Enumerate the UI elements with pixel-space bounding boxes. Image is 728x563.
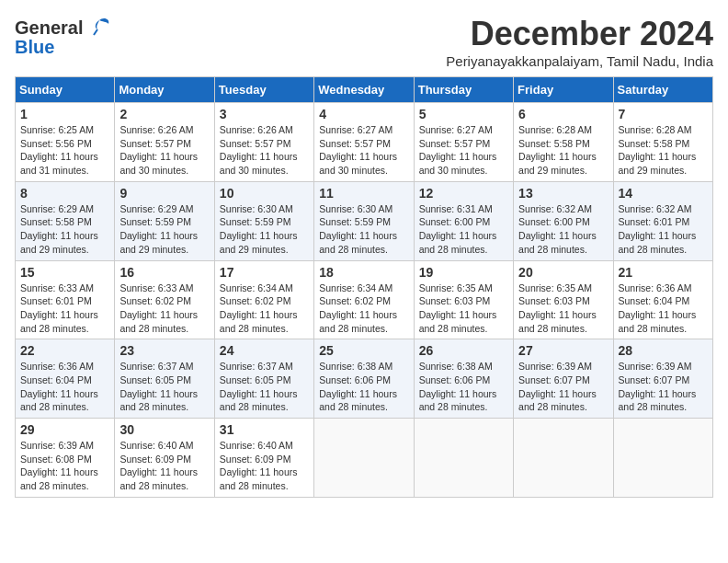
calendar-cell: 29Sunrise: 6:39 AM Sunset: 6:08 PM Dayli… (16, 419, 115, 498)
day-number: 1 (20, 107, 109, 121)
day-info: Sunrise: 6:31 AM Sunset: 6:00 PM Dayligh… (419, 202, 508, 257)
day-number: 30 (119, 422, 209, 437)
calendar-cell: 17Sunrise: 6:34 AM Sunset: 6:02 PM Dayli… (214, 260, 313, 339)
day-number: 13 (518, 186, 608, 201)
day-number: 10 (220, 186, 309, 201)
month-title: December 2024 (446, 15, 713, 53)
calendar-cell: 18Sunrise: 6:34 AM Sunset: 6:02 PM Dayli… (314, 260, 414, 339)
day-info: Sunrise: 6:36 AM Sunset: 6:04 PM Dayligh… (619, 282, 708, 336)
day-number: 11 (319, 186, 408, 201)
calendar-header-row: SundayMondayTuesdayWednesdayThursdayFrid… (16, 77, 713, 103)
day-info: Sunrise: 6:33 AM Sunset: 6:02 PM Dayligh… (119, 282, 209, 336)
calendar-cell: 21Sunrise: 6:36 AM Sunset: 6:04 PM Dayli… (613, 260, 712, 339)
calendar-cell: 4Sunrise: 6:27 AM Sunset: 5:57 PM Daylig… (314, 103, 414, 182)
calendar-cell: 26Sunrise: 6:38 AM Sunset: 6:06 PM Dayli… (414, 339, 513, 419)
day-info: Sunrise: 6:32 AM Sunset: 6:00 PM Dayligh… (518, 202, 608, 257)
page-header: General Blue December 2024 Periyanayakka… (15, 15, 713, 69)
day-info: Sunrise: 6:26 AM Sunset: 5:57 PM Dayligh… (220, 123, 309, 178)
day-number: 17 (220, 265, 309, 280)
calendar-cell: 25Sunrise: 6:38 AM Sunset: 6:06 PM Dayli… (314, 339, 414, 419)
day-number: 16 (119, 265, 209, 280)
day-header-sunday: Sunday (16, 77, 115, 103)
calendar-cell: 16Sunrise: 6:33 AM Sunset: 6:02 PM Dayli… (115, 260, 214, 339)
day-number: 2 (119, 107, 209, 121)
day-info: Sunrise: 6:32 AM Sunset: 6:01 PM Dayligh… (619, 202, 708, 257)
calendar-week-row: 29Sunrise: 6:39 AM Sunset: 6:08 PM Dayli… (16, 419, 713, 498)
calendar-cell: 9Sunrise: 6:29 AM Sunset: 5:59 PM Daylig… (115, 181, 214, 260)
day-info: Sunrise: 6:34 AM Sunset: 6:02 PM Dayligh… (319, 282, 408, 336)
day-number: 6 (518, 107, 608, 121)
calendar-cell: 20Sunrise: 6:35 AM Sunset: 6:03 PM Dayli… (514, 260, 613, 339)
day-number: 9 (119, 186, 209, 201)
day-info: Sunrise: 6:30 AM Sunset: 5:59 PM Dayligh… (319, 202, 408, 257)
day-number: 3 (220, 107, 309, 121)
calendar-week-row: 8Sunrise: 6:29 AM Sunset: 5:58 PM Daylig… (16, 181, 713, 260)
day-info: Sunrise: 6:39 AM Sunset: 6:08 PM Dayligh… (20, 439, 109, 493)
day-header-monday: Monday (115, 77, 214, 103)
day-number: 19 (419, 265, 508, 280)
calendar-cell: 19Sunrise: 6:35 AM Sunset: 6:03 PM Dayli… (414, 260, 513, 339)
logo-bird-icon (86, 15, 112, 40)
calendar-cell: 2Sunrise: 6:26 AM Sunset: 5:57 PM Daylig… (115, 103, 214, 182)
calendar-cell: 13Sunrise: 6:32 AM Sunset: 6:00 PM Dayli… (514, 181, 613, 260)
calendar-cell: 14Sunrise: 6:32 AM Sunset: 6:01 PM Dayli… (613, 181, 712, 260)
logo-blue-text: Blue (15, 37, 54, 58)
calendar-cell: 30Sunrise: 6:40 AM Sunset: 6:09 PM Dayli… (115, 419, 214, 498)
calendar-cell: 7Sunrise: 6:28 AM Sunset: 5:58 PM Daylig… (613, 103, 712, 182)
day-number: 8 (20, 186, 109, 201)
day-info: Sunrise: 6:34 AM Sunset: 6:02 PM Dayligh… (220, 282, 309, 336)
day-header-friday: Friday (514, 77, 613, 103)
calendar-cell: 5Sunrise: 6:27 AM Sunset: 5:57 PM Daylig… (414, 103, 513, 182)
calendar-cell: 15Sunrise: 6:33 AM Sunset: 6:01 PM Dayli… (16, 260, 115, 339)
calendar-cell (514, 419, 613, 498)
day-number: 23 (119, 343, 209, 358)
calendar-cell: 31Sunrise: 6:40 AM Sunset: 6:09 PM Dayli… (214, 419, 313, 498)
logo-text: General (15, 17, 83, 39)
day-number: 20 (518, 265, 608, 280)
day-info: Sunrise: 6:37 AM Sunset: 6:05 PM Dayligh… (220, 360, 309, 414)
calendar-cell: 11Sunrise: 6:30 AM Sunset: 5:59 PM Dayli… (314, 181, 414, 260)
day-number: 26 (419, 343, 508, 358)
calendar-cell: 24Sunrise: 6:37 AM Sunset: 6:05 PM Dayli… (214, 339, 313, 419)
calendar-week-row: 22Sunrise: 6:36 AM Sunset: 6:04 PM Dayli… (16, 339, 713, 419)
calendar-cell: 12Sunrise: 6:31 AM Sunset: 6:00 PM Dayli… (414, 181, 513, 260)
day-info: Sunrise: 6:38 AM Sunset: 6:06 PM Dayligh… (419, 360, 508, 414)
day-info: Sunrise: 6:35 AM Sunset: 6:03 PM Dayligh… (518, 282, 608, 336)
day-info: Sunrise: 6:36 AM Sunset: 6:04 PM Dayligh… (20, 360, 109, 414)
calendar-table: SundayMondayTuesdayWednesdayThursdayFrid… (15, 76, 713, 498)
day-number: 5 (419, 107, 508, 121)
day-info: Sunrise: 6:28 AM Sunset: 5:58 PM Dayligh… (619, 123, 708, 178)
calendar-cell (314, 419, 414, 498)
logo: General Blue (15, 15, 112, 58)
day-header-tuesday: Tuesday (214, 77, 313, 103)
calendar-cell: 1Sunrise: 6:25 AM Sunset: 5:56 PM Daylig… (16, 103, 115, 182)
day-info: Sunrise: 6:37 AM Sunset: 6:05 PM Dayligh… (119, 360, 209, 414)
day-number: 29 (20, 422, 109, 437)
calendar-cell: 6Sunrise: 6:28 AM Sunset: 5:58 PM Daylig… (514, 103, 613, 182)
calendar-week-row: 15Sunrise: 6:33 AM Sunset: 6:01 PM Dayli… (16, 260, 713, 339)
day-info: Sunrise: 6:26 AM Sunset: 5:57 PM Dayligh… (119, 123, 209, 178)
title-section: December 2024 Periyanayakkanpalaiyam, Ta… (446, 15, 713, 69)
day-number: 4 (319, 107, 408, 121)
day-info: Sunrise: 6:27 AM Sunset: 5:57 PM Dayligh… (319, 123, 408, 178)
day-header-saturday: Saturday (613, 77, 712, 103)
day-info: Sunrise: 6:30 AM Sunset: 5:59 PM Dayligh… (220, 202, 309, 257)
day-info: Sunrise: 6:33 AM Sunset: 6:01 PM Dayligh… (20, 282, 109, 336)
day-number: 28 (619, 343, 708, 358)
day-number: 31 (220, 422, 309, 437)
day-number: 15 (20, 265, 109, 280)
calendar-cell (613, 419, 712, 498)
day-info: Sunrise: 6:35 AM Sunset: 6:03 PM Dayligh… (419, 282, 508, 336)
day-header-thursday: Thursday (414, 77, 513, 103)
day-number: 21 (619, 265, 708, 280)
day-number: 18 (319, 265, 408, 280)
calendar-cell: 10Sunrise: 6:30 AM Sunset: 5:59 PM Dayli… (214, 181, 313, 260)
calendar-cell: 3Sunrise: 6:26 AM Sunset: 5:57 PM Daylig… (214, 103, 313, 182)
day-number: 7 (619, 107, 708, 121)
calendar-cell: 8Sunrise: 6:29 AM Sunset: 5:58 PM Daylig… (16, 181, 115, 260)
day-info: Sunrise: 6:40 AM Sunset: 6:09 PM Dayligh… (220, 439, 309, 493)
day-info: Sunrise: 6:38 AM Sunset: 6:06 PM Dayligh… (319, 360, 408, 414)
day-info: Sunrise: 6:27 AM Sunset: 5:57 PM Dayligh… (419, 123, 508, 178)
day-info: Sunrise: 6:39 AM Sunset: 6:07 PM Dayligh… (518, 360, 608, 414)
day-number: 12 (419, 186, 508, 201)
